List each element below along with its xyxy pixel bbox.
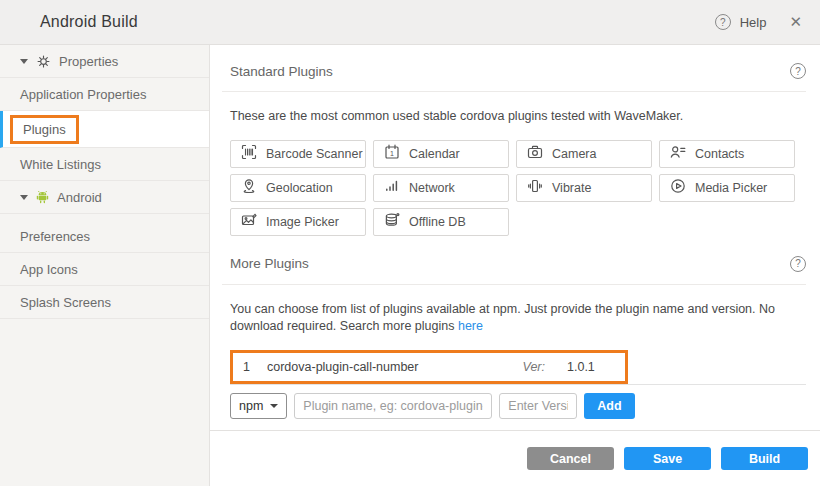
plugin-button-label: Contacts — [695, 147, 744, 161]
build-button[interactable]: Build — [721, 447, 808, 470]
save-button[interactable]: Save — [624, 447, 711, 470]
vibrate-icon — [527, 178, 543, 198]
search-plugins-link[interactable]: here — [458, 319, 483, 333]
titlebar: Android Build ? Help ✕ — [0, 0, 820, 45]
plugin-row-version: 1.0.1 — [567, 360, 625, 374]
geolocation-icon — [241, 178, 257, 198]
caret-down-icon — [20, 59, 28, 64]
sidebar-item-app-icons[interactable]: App Icons — [0, 253, 209, 286]
plugin-source-select[interactable]: npm — [230, 393, 287, 419]
dialog-footer: Cancel Save Build — [210, 430, 820, 486]
more-plugins-title: More Plugins — [230, 256, 309, 271]
add-plugin-button[interactable]: Add — [584, 393, 634, 419]
plugin-button-label: Barcode Scanner — [266, 147, 363, 161]
camera-icon — [527, 144, 543, 164]
sidebar: Properties Application Properties Plugin… — [0, 45, 210, 486]
sidebar-item-preferences[interactable]: Preferences — [0, 220, 209, 253]
image-picker-icon — [241, 212, 257, 232]
android-build-dialog: Android Build ? Help ✕ Properties Applic… — [0, 0, 820, 486]
sidebar-group-properties[interactable]: Properties — [0, 45, 209, 78]
plugin-source-value: npm — [239, 399, 263, 413]
standard-plugins-description: These are the most common used stable co… — [230, 108, 806, 126]
dialog-title: Android Build — [40, 13, 138, 31]
standard-plugins-title: Standard Plugins — [230, 64, 333, 79]
plugin-button-camera[interactable]: Camera — [516, 140, 652, 168]
help-link[interactable]: Help — [740, 15, 767, 30]
plugin-button-label: Network — [409, 181, 455, 195]
standard-plugins-header: Standard Plugins ? — [222, 55, 806, 92]
plugin-button-contacts[interactable]: Contacts — [659, 140, 795, 168]
plugin-button-label: Offline DB — [409, 215, 466, 229]
media-picker-icon — [670, 178, 686, 198]
sidebar-item-label: App Icons — [20, 262, 78, 277]
plugin-button-barcode-scanner[interactable]: Barcode Scanner — [230, 140, 366, 168]
sidebar-item-splash-screens[interactable]: Splash Screens — [0, 286, 209, 319]
close-icon[interactable]: ✕ — [789, 13, 802, 31]
plugin-button-offline-db[interactable]: Offline DB — [373, 208, 509, 236]
caret-down-icon — [20, 195, 28, 200]
barcode-scanner-icon — [241, 144, 257, 164]
more-plugins-description-text: You can choose from list of plugins avai… — [230, 302, 775, 334]
plugin-button-geolocation[interactable]: Geolocation — [230, 174, 366, 202]
plugin-button-calendar[interactable]: 1 Calendar — [373, 140, 509, 168]
more-plugins-header: More Plugins ? — [222, 248, 806, 285]
plugin-row-name: cordova-plugin-call-number — [267, 360, 523, 374]
sidebar-item-label: Splash Screens — [20, 295, 111, 310]
offline-db-icon — [384, 212, 400, 232]
cancel-button[interactable]: Cancel — [527, 447, 614, 470]
network-icon — [384, 178, 400, 198]
plugin-button-image-picker[interactable]: Image Picker — [230, 208, 366, 236]
sidebar-item-application-properties[interactable]: Application Properties — [0, 78, 209, 111]
sidebar-item-white-listings[interactable]: White Listings — [0, 148, 209, 181]
android-icon — [36, 190, 49, 204]
plugin-row-index: 1 — [233, 360, 267, 374]
caret-down-icon — [270, 404, 278, 408]
sidebar-group-android[interactable]: Android — [0, 181, 209, 214]
plugin-button-label: Geolocation — [266, 181, 333, 195]
plugin-button-label: Camera — [552, 147, 596, 161]
annotation-highlight-box: Plugins — [10, 115, 79, 144]
standard-plugins-grid: Barcode Scanner 1 Calendar — [230, 140, 805, 236]
plugin-button-label: Media Picker — [695, 181, 767, 195]
contacts-icon — [670, 144, 686, 164]
sidebar-item-label: Application Properties — [20, 87, 146, 102]
plugin-button-network[interactable]: Network — [373, 174, 509, 202]
plugin-button-label: Calendar — [409, 147, 460, 161]
calendar-icon: 1 — [384, 144, 400, 164]
more-plugins-help-icon[interactable]: ? — [790, 256, 806, 272]
sidebar-item-plugins[interactable]: Plugins — [0, 111, 209, 148]
sidebar-item-label: White Listings — [20, 157, 101, 172]
plugin-version-input[interactable] — [499, 393, 577, 419]
plugins-table: 1 cordova-plugin-call-number Ver: 1.0.1 — [230, 350, 806, 385]
sidebar-item-label: Plugins — [23, 122, 66, 137]
svg-text:1: 1 — [390, 149, 394, 156]
gear-icon — [36, 54, 51, 69]
standard-plugins-help-icon[interactable]: ? — [790, 63, 806, 79]
add-plugin-form: npm Add — [230, 393, 806, 419]
plugin-name-input[interactable] — [294, 393, 492, 419]
plugin-button-label: Image Picker — [266, 215, 339, 229]
plugin-button-label: Vibrate — [552, 181, 591, 195]
content-panel: Standard Plugins ? These are the most co… — [210, 45, 820, 486]
sidebar-item-label: Android — [57, 190, 102, 205]
more-plugins-description: You can choose from list of plugins avai… — [230, 301, 806, 336]
sidebar-item-label: Properties — [59, 54, 118, 69]
help-icon[interactable]: ? — [715, 14, 731, 30]
plugin-row-ver-label: Ver: — [523, 360, 545, 374]
plugin-table-row: 1 cordova-plugin-call-number Ver: 1.0.1 — [230, 350, 628, 384]
plugin-button-media-picker[interactable]: Media Picker — [659, 174, 795, 202]
sidebar-item-label: Preferences — [20, 229, 90, 244]
plugin-button-vibrate[interactable]: Vibrate — [516, 174, 652, 202]
